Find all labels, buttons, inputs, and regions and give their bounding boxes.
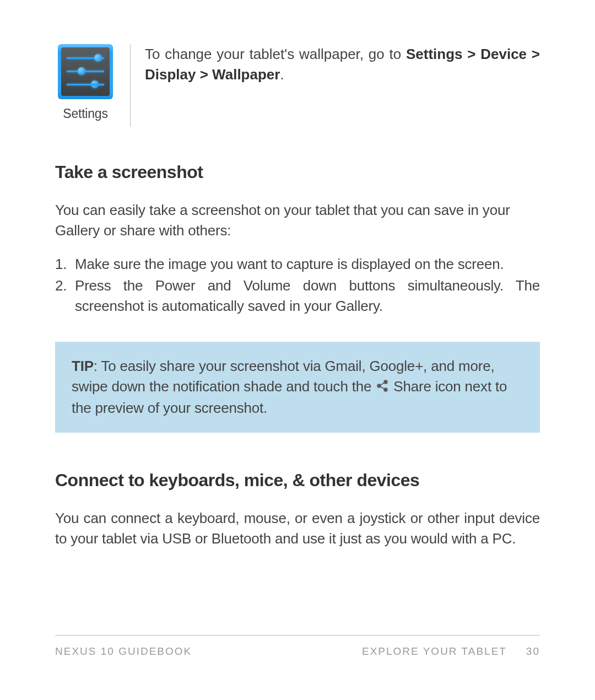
screenshot-steps: Make sure the image you want to capture … [55, 254, 540, 316]
settings-icon-caption: Settings [63, 105, 108, 123]
screenshot-heading: Take a screenshot [55, 160, 540, 185]
connect-body: You can connect a keyboard, mouse, or ev… [55, 508, 540, 549]
list-item: Press the Power and Volume down buttons … [55, 276, 540, 316]
wallpaper-instruction: To change your tablet's wallpaper, go to… [145, 44, 540, 85]
page-footer: NEXUS 10 GUIDEBOOK EXPLORE YOUR TABLET 3… [55, 635, 540, 659]
svg-line-4 [381, 386, 385, 389]
footer-page-number: 30 [526, 645, 540, 657]
tip-label: TIP [72, 358, 94, 374]
settings-app-icon-block: Settings [55, 44, 116, 123]
svg-point-0 [384, 380, 387, 384]
footer-right: EXPLORE YOUR TABLET 30 [362, 644, 540, 659]
svg-point-1 [377, 384, 381, 387]
screenshot-intro: You can easily take a screenshot on your… [55, 200, 540, 241]
wallpaper-tip-row: Settings To change your tablet's wallpap… [55, 44, 540, 127]
footer-guidebook: NEXUS 10 GUIDEBOOK [55, 644, 192, 659]
wallpaper-text-post: . [280, 66, 284, 83]
list-item: Make sure the image you want to capture … [55, 254, 540, 274]
settings-icon [58, 44, 113, 99]
svg-line-3 [381, 383, 385, 385]
tip-box: TIP: To easily share your screenshot via… [55, 342, 540, 433]
wallpaper-text-pre: To change your tablet's wallpaper, go to [145, 46, 406, 62]
svg-point-2 [384, 388, 387, 391]
vertical-divider [130, 44, 131, 127]
share-icon [375, 378, 390, 398]
connect-heading: Connect to keyboards, mice, & other devi… [55, 468, 540, 493]
footer-section: EXPLORE YOUR TABLET [362, 645, 507, 657]
